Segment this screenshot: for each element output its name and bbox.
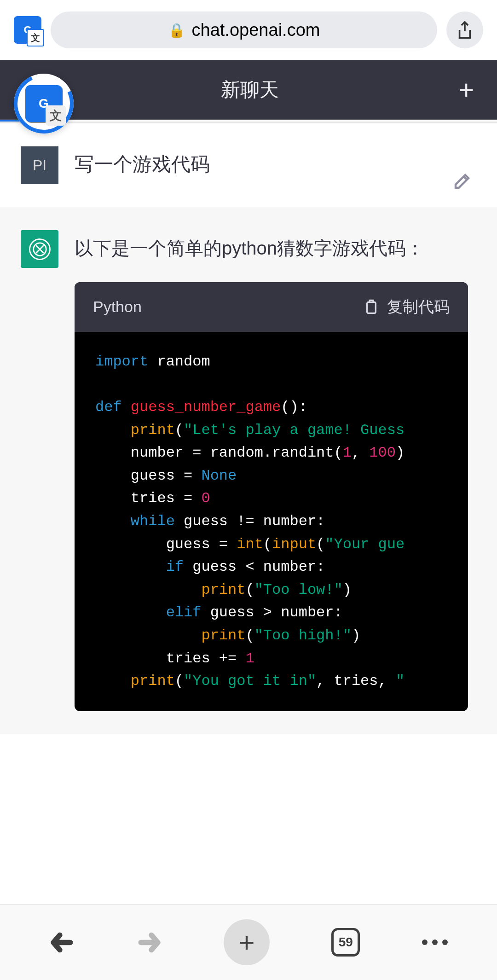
copy-code-label: 复制代码 — [387, 294, 450, 320]
tabs-count: 59 — [339, 935, 353, 950]
code-block: Python 复制代码 import random def guess_numb… — [75, 282, 468, 711]
forward-button[interactable] — [137, 930, 162, 955]
assistant-avatar — [21, 230, 58, 268]
share-button[interactable] — [446, 12, 483, 48]
clipboard-icon — [364, 298, 379, 316]
browser-address-bar: G 🔒 chat.openai.com — [0, 0, 497, 60]
app-header: 新聊天 + — [0, 60, 497, 120]
assistant-message: 以下是一个简单的python猜数字游戏代码： Python 复制代码 impor… — [0, 207, 497, 734]
code-header: Python 复制代码 — [75, 282, 468, 332]
arrow-left-icon — [49, 930, 75, 955]
lock-icon: 🔒 — [168, 22, 185, 38]
user-avatar: PI — [21, 146, 58, 184]
google-translate-icon[interactable]: G — [14, 16, 41, 44]
dots-icon — [422, 939, 448, 945]
edit-icon[interactable] — [452, 172, 472, 191]
code-content[interactable]: import random def guess_number_game(): p… — [75, 332, 468, 711]
translate-floating-button[interactable]: G — [14, 74, 74, 133]
url-field[interactable]: 🔒 chat.openai.com — [51, 12, 437, 48]
share-icon — [457, 21, 473, 39]
new-tab-button[interactable]: + — [224, 919, 270, 965]
back-button[interactable] — [49, 930, 75, 955]
assistant-message-body: 以下是一个简单的python猜数字游戏代码： Python 复制代码 impor… — [75, 230, 474, 711]
browser-toolbar: + 59 — [0, 904, 497, 980]
tabs-count-button[interactable]: 59 — [331, 928, 360, 957]
url-text: chat.openai.com — [192, 20, 320, 40]
user-message: PI 写一个游戏代码 — [0, 123, 497, 207]
new-chat-button[interactable]: + — [458, 74, 474, 105]
google-translate-icon: G — [25, 85, 62, 122]
svg-rect-0 — [367, 302, 376, 313]
user-message-text: 写一个游戏代码 — [75, 146, 474, 180]
assistant-intro-text: 以下是一个简单的python猜数字游戏代码： — [75, 232, 474, 264]
arrow-right-icon — [137, 930, 162, 955]
chat-title: 新聊天 — [221, 77, 279, 103]
copy-code-button[interactable]: 复制代码 — [364, 294, 450, 320]
more-menu-button[interactable] — [422, 939, 448, 945]
code-language-label: Python — [93, 294, 142, 320]
